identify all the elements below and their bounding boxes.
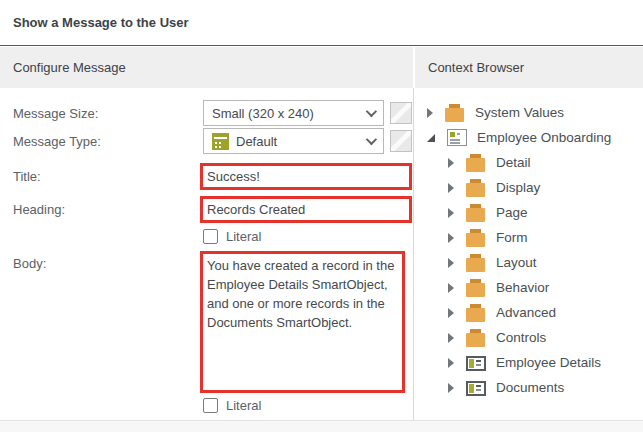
heading-literal-label: Literal	[226, 229, 261, 244]
configure-message-panel: Configure Message Message Size: Small (3…	[0, 47, 413, 420]
tree-item-documents[interactable]: Documents	[415, 375, 643, 400]
tree-item-behavior[interactable]: Behavior	[415, 275, 643, 300]
main-area: Configure Message Message Size: Small (3…	[0, 47, 643, 420]
tree-item-label: Form	[496, 230, 528, 245]
configure-message-form: Message Size: Small (320 x 240) Message …	[0, 88, 413, 413]
heading-literal-row: Literal	[203, 229, 413, 244]
briefcase-icon	[466, 154, 486, 172]
body-highlight-box: You have created a record in the Employe…	[200, 251, 405, 393]
tree-item-page[interactable]: Page	[415, 200, 643, 225]
tree-item-detail[interactable]: Detail	[415, 150, 643, 175]
smartobject-icon	[466, 356, 486, 371]
chevron-down-icon	[366, 106, 377, 117]
heading-row: Heading:	[13, 196, 413, 223]
heading-label: Heading:	[13, 202, 203, 217]
briefcase-icon	[466, 204, 486, 222]
message-size-dropdown[interactable]: Small (320 x 240)	[203, 100, 384, 126]
expand-arrow-icon[interactable]	[448, 308, 458, 318]
body-row: Body: You have created a record in the E…	[13, 251, 413, 393]
expand-arrow-icon[interactable]	[448, 358, 458, 368]
message-type-label: Message Type:	[13, 134, 203, 149]
title-row: Title:	[13, 163, 413, 190]
title-highlight-box	[200, 163, 412, 190]
heading-literal-checkbox[interactable]	[203, 229, 218, 244]
wizard-title-bar: Show a Message to the User	[0, 0, 643, 46]
title-input[interactable]	[203, 166, 409, 187]
message-size-dynamic-value-button[interactable]	[390, 102, 412, 124]
body-literal-label: Literal	[226, 398, 261, 413]
briefcase-icon	[466, 304, 486, 322]
tree-item-label: Page	[496, 205, 528, 220]
smartobject-icon	[466, 381, 486, 396]
tree-item-label: Layout	[496, 255, 537, 270]
message-size-label: Message Size:	[13, 106, 203, 121]
heading-highlight-box	[200, 196, 412, 223]
message-type-dynamic-value-button[interactable]	[390, 130, 412, 152]
tree-item-label: Employee Details	[496, 355, 601, 370]
message-size-value: Small (320 x 240)	[212, 106, 366, 121]
title-label: Title:	[13, 169, 203, 184]
tree-item-advanced[interactable]: Advanced	[415, 300, 643, 325]
collapse-arrow-icon[interactable]	[427, 134, 435, 142]
expand-arrow-icon[interactable]	[448, 258, 458, 268]
expand-arrow-icon[interactable]	[427, 108, 437, 118]
expand-arrow-icon[interactable]	[448, 283, 458, 293]
page-title: Show a Message to the User	[13, 15, 189, 30]
briefcase-icon	[466, 179, 486, 197]
footer-strip	[0, 420, 643, 432]
chevron-down-icon	[366, 134, 377, 145]
tree-item-form[interactable]: Form	[415, 225, 643, 250]
body-textarea[interactable]: You have created a record in the Employe…	[203, 254, 402, 386]
tree-item-employee-details[interactable]: Employee Details	[415, 350, 643, 375]
context-browser-panel: Context Browser System Values Employee O…	[415, 47, 643, 420]
tree-item-label: Documents	[496, 380, 564, 395]
tree-item-label: Detail	[496, 155, 531, 170]
briefcase-icon	[466, 329, 486, 347]
body-label: Body:	[13, 251, 203, 271]
configure-message-header: Configure Message	[0, 47, 413, 88]
body-literal-row: Literal	[203, 398, 413, 413]
tree-item-label: Employee Onboarding	[477, 130, 611, 145]
tree-item-display[interactable]: Display	[415, 175, 643, 200]
context-browser-header: Context Browser	[415, 47, 643, 88]
body-literal-checkbox[interactable]	[203, 398, 218, 413]
tree-item-controls[interactable]: Controls	[415, 325, 643, 350]
message-type-value: Default	[236, 134, 366, 149]
message-size-row: Message Size: Small (320 x 240)	[13, 100, 413, 126]
expand-arrow-icon[interactable]	[448, 383, 458, 393]
form-icon	[447, 129, 467, 146]
briefcase-icon	[466, 254, 486, 272]
tree-item-label: System Values	[475, 105, 564, 120]
expand-arrow-icon[interactable]	[448, 208, 458, 218]
tree-item-system-values[interactable]: System Values	[415, 100, 643, 125]
context-tree: System Values Employee Onboarding Detail…	[415, 88, 643, 400]
tree-item-label: Display	[496, 180, 540, 195]
tree-item-label: Advanced	[496, 305, 556, 320]
message-type-row: Message Type: Default	[13, 128, 413, 154]
expand-arrow-icon[interactable]	[448, 183, 458, 193]
message-type-default-icon	[212, 133, 229, 150]
briefcase-icon	[445, 104, 465, 122]
tree-item-layout[interactable]: Layout	[415, 250, 643, 275]
tree-item-label: Controls	[496, 330, 546, 345]
message-type-dropdown[interactable]: Default	[203, 128, 384, 154]
expand-arrow-icon[interactable]	[448, 333, 458, 343]
expand-arrow-icon[interactable]	[448, 158, 458, 168]
tree-item-employee-onboarding[interactable]: Employee Onboarding	[415, 125, 643, 150]
panel-divider	[413, 88, 414, 420]
briefcase-icon	[466, 229, 486, 247]
heading-input[interactable]	[203, 199, 409, 220]
tree-item-label: Behavior	[496, 280, 549, 295]
briefcase-icon	[466, 279, 486, 297]
expand-arrow-icon[interactable]	[448, 233, 458, 243]
